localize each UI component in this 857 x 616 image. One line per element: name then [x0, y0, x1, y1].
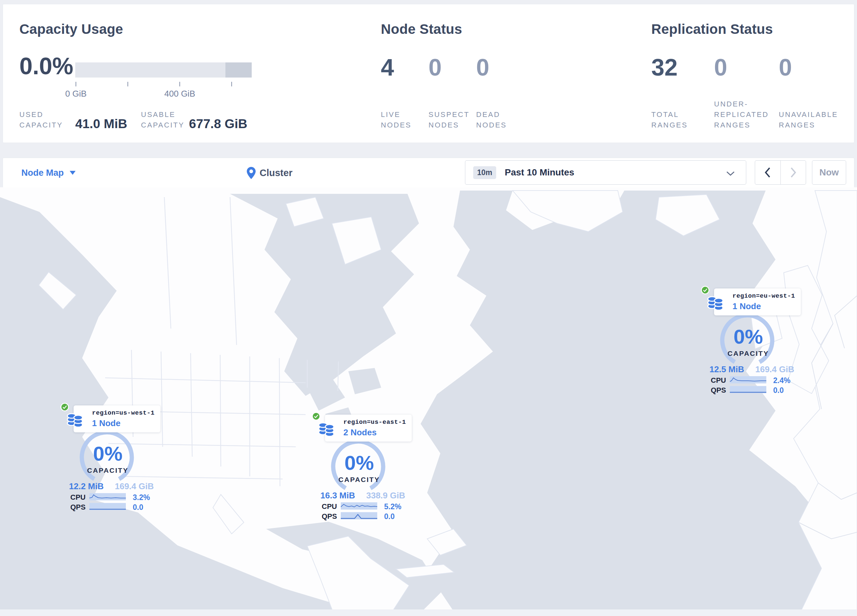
replication-status-title: Replication Status	[651, 22, 773, 37]
locality-badge-eu-west-1[interactable]: region=eu-west-1 1 Node 0% CAPACITY 12.5…	[699, 285, 798, 395]
chevron-right-icon	[790, 167, 797, 178]
cluster-summary-bar: Capacity Usage 0.0% 0 GiB 400 GiB USED C…	[3, 4, 854, 143]
qps-metric-row: QPS 0.0	[699, 386, 798, 394]
now-button[interactable]: Now	[812, 160, 846, 185]
capacity-total-value: 169.4 GiB	[115, 481, 154, 491]
qps-sparkline	[730, 386, 766, 393]
locality-header-card[interactable]: region=us-west-1 1 Node	[74, 405, 160, 432]
locality-header-card[interactable]: region=eu-west-1 1 Node	[714, 289, 801, 315]
gauge-percent: 0%	[310, 453, 408, 473]
gauge-caption: CAPACITY	[310, 476, 408, 483]
cpu-value: 5.2%	[384, 502, 401, 511]
axis-tick	[179, 82, 180, 86]
capacity-bar-reserved-segment	[226, 62, 252, 77]
cpu-label: CPU	[322, 502, 337, 511]
breadcrumb-label: Cluster	[260, 168, 292, 178]
axis-tick-label: 0 GiB	[65, 89, 87, 99]
unavailable-ranges-stat: 0 UNAVAILABLE RANGES	[779, 56, 792, 79]
triangle-down-icon	[70, 171, 76, 175]
used-capacity-value: 41.0 MiB	[75, 117, 127, 131]
total-ranges-count: 32	[651, 56, 678, 79]
locality-region-label: region=eu-west-1	[732, 292, 795, 300]
next-time-button[interactable]	[780, 161, 806, 184]
database-stack-icon	[67, 411, 84, 427]
locality-node-count: 1 Node	[732, 301, 795, 312]
qps-metric-row: QPS 0.0	[310, 512, 408, 520]
chevron-down-icon	[726, 171, 735, 176]
qps-metric-row: QPS 0.0	[59, 503, 157, 511]
qps-label: QPS	[711, 386, 726, 395]
usable-capacity-value: 677.8 GiB	[189, 117, 248, 131]
cpu-label: CPU	[711, 376, 726, 385]
gauge-caption: CAPACITY	[699, 350, 798, 357]
dead-nodes-count: 0	[476, 56, 489, 79]
axis-tick	[127, 82, 128, 86]
chevron-left-icon	[764, 167, 771, 178]
under-replicated-ranges-stat: 0 UNDER-REPLICATED RANGES	[714, 56, 727, 79]
usable-capacity-label: USABLE CAPACITY	[141, 110, 184, 130]
capacity-used-value: 16.3 MiB	[320, 491, 355, 501]
time-range-badge: 10m	[473, 166, 496, 179]
unavailable-ranges-label: UNAVAILABLE RANGES	[779, 110, 848, 130]
capacity-values-row: 12.2 MiB 169.4 GiB	[69, 481, 154, 491]
capacity-used-percent: 0.0%	[19, 54, 73, 78]
cpu-sparkline	[341, 502, 377, 509]
gauge-caption: CAPACITY	[59, 466, 157, 474]
qps-label: QPS	[70, 503, 85, 511]
unavailable-ranges-count: 0	[779, 56, 792, 79]
live-nodes-count: 4	[381, 56, 394, 79]
capacity-total-value: 338.9 GiB	[366, 491, 405, 501]
view-selector-label: Node Map	[22, 168, 64, 178]
node-status-title: Node Status	[381, 22, 462, 37]
cpu-value: 2.4%	[773, 376, 790, 385]
live-nodes-stat: 4 LIVE NODES	[381, 56, 394, 79]
axis-tick-label: 400 GiB	[164, 89, 195, 99]
location-pin-icon	[247, 167, 256, 179]
capacity-used-value: 12.5 MiB	[710, 364, 744, 375]
database-stack-icon	[318, 420, 335, 436]
cpu-value: 3.2%	[133, 493, 150, 502]
time-range-select[interactable]: 10m Past 10 Minutes	[465, 160, 746, 185]
time-range-label: Past 10 Minutes	[505, 167, 574, 178]
total-ranges-stat: 32 TOTAL RANGES	[651, 56, 678, 79]
total-ranges-label: TOTAL RANGES	[651, 110, 692, 130]
cpu-sparkline	[730, 376, 766, 383]
locality-node-count: 1 Node	[92, 418, 155, 428]
dead-nodes-stat: 0 DEAD NODES	[476, 56, 489, 79]
live-nodes-label: LIVE NODES	[381, 110, 425, 130]
locality-node-count: 2 Nodes	[343, 428, 406, 438]
capacity-values-row: 12.5 MiB 169.4 GiB	[710, 364, 794, 375]
capacity-usage-bar: 0 GiB 400 GiB	[75, 62, 252, 102]
gauge-percent: 0%	[59, 443, 157, 464]
node-map: region=us-west-1 1 Node 0% CAPACITY 12.2…	[0, 187, 857, 616]
healthy-check-icon	[312, 412, 320, 420]
map-bottom-strip	[0, 610, 857, 616]
suspect-nodes-count: 0	[428, 56, 442, 79]
locality-badge-us-east-1[interactable]: region=us-east-1 2 Nodes 0% CAPACITY 16.…	[310, 411, 408, 521]
locality-badge-us-west-1[interactable]: region=us-west-1 1 Node 0% CAPACITY 12.2…	[59, 402, 157, 512]
qps-sparkline	[341, 512, 377, 519]
prev-time-button[interactable]	[755, 161, 780, 184]
capacity-used-value: 12.2 MiB	[69, 481, 104, 491]
capacity-values-row: 16.3 MiB 338.9 GiB	[320, 491, 405, 501]
dead-nodes-label: DEAD NODES	[476, 110, 520, 130]
qps-sparkline	[90, 503, 126, 510]
qps-value: 0.0	[384, 512, 394, 521]
locality-breadcrumb: Cluster	[247, 158, 292, 188]
time-pager	[755, 160, 806, 185]
locality-header-card[interactable]: region=us-east-1 2 Nodes	[325, 415, 412, 442]
cpu-metric-row: CPU 5.2%	[310, 502, 408, 510]
qps-label: QPS	[322, 512, 337, 521]
database-stack-icon	[707, 294, 724, 310]
cpu-sparkline	[90, 493, 126, 500]
capacity-bar-track	[75, 62, 252, 77]
healthy-check-icon	[60, 403, 69, 411]
world-basemap	[0, 187, 857, 616]
axis-tick	[76, 82, 76, 86]
view-selector-dropdown[interactable]: Node Map	[22, 158, 76, 188]
capacity-total-value: 169.4 GiB	[755, 364, 794, 375]
capacity-usage-title: Capacity Usage	[19, 22, 123, 37]
healthy-check-icon	[701, 286, 710, 294]
locality-region-label: region=us-west-1	[92, 409, 155, 417]
qps-value: 0.0	[133, 503, 143, 512]
